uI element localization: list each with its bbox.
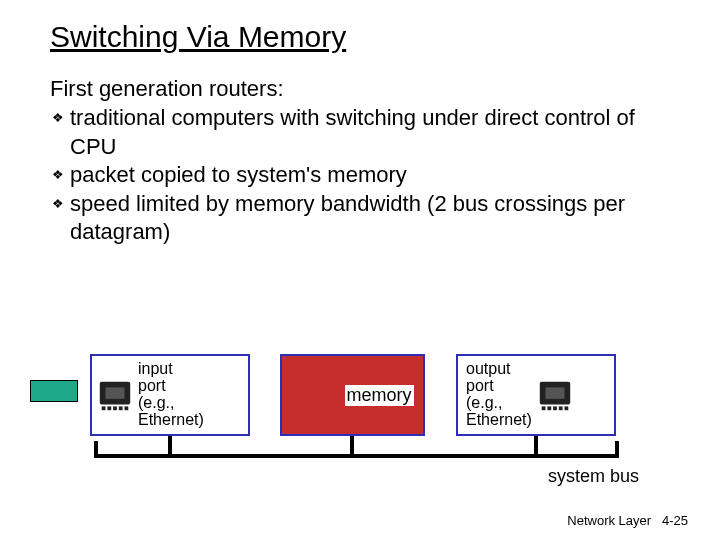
- svg-rect-11: [553, 406, 557, 410]
- bullet-item: ❖ packet copied to system's memory: [52, 161, 680, 190]
- bullet-icon: ❖: [52, 190, 64, 247]
- slide-title: Switching Via Memory: [50, 20, 680, 54]
- svg-rect-2: [102, 406, 106, 410]
- bullet-list: ❖ traditional computers with switching u…: [50, 104, 680, 247]
- subheading: First generation routers:: [50, 76, 680, 102]
- svg-rect-3: [107, 406, 111, 410]
- ethernet-icon: [536, 376, 574, 414]
- svg-rect-10: [547, 406, 551, 410]
- bus-label: system bus: [548, 466, 639, 487]
- svg-rect-4: [113, 406, 117, 410]
- input-port-label: input port (e.g., Ethernet): [138, 361, 204, 428]
- svg-rect-12: [559, 406, 563, 410]
- memory-box: memory: [280, 354, 425, 436]
- output-port-label: output port (e.g., Ethernet): [466, 361, 532, 428]
- svg-rect-9: [542, 406, 546, 410]
- svg-rect-13: [564, 406, 568, 410]
- bullet-text: speed limited by memory bandwidth (2 bus…: [70, 190, 680, 247]
- system-bus-line: [94, 454, 619, 458]
- output-port-box: output port (e.g., Ethernet): [456, 354, 616, 436]
- footer-label: Network Layer: [567, 513, 651, 528]
- bullet-text: traditional computers with switching und…: [70, 104, 680, 161]
- bullet-icon: ❖: [52, 104, 64, 161]
- svg-rect-8: [545, 387, 564, 398]
- bullet-item: ❖ speed limited by memory bandwidth (2 b…: [52, 190, 680, 247]
- input-port-box: input port (e.g., Ethernet): [90, 354, 250, 436]
- page-number: 4-25: [662, 513, 688, 528]
- packet-box: [30, 380, 78, 402]
- ethernet-icon: [96, 376, 134, 414]
- svg-rect-1: [106, 387, 125, 398]
- svg-rect-5: [119, 406, 123, 410]
- bullet-icon: ❖: [52, 161, 64, 190]
- bullet-text: packet copied to system's memory: [70, 161, 680, 190]
- svg-rect-6: [125, 406, 129, 410]
- footer: Network Layer 4-25: [567, 513, 688, 528]
- diagram: input port (e.g., Ethernet) memory outpu…: [0, 332, 720, 492]
- memory-label: memory: [345, 385, 414, 406]
- bullet-item: ❖ traditional computers with switching u…: [52, 104, 680, 161]
